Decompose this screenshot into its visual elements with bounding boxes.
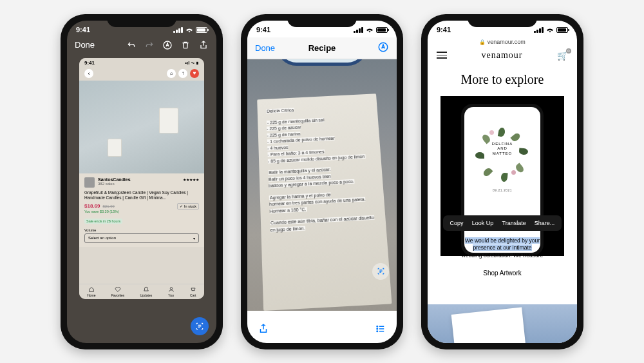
photo-area: Delicia Cítrica - 225 g de mantequilla s…: [247, 59, 397, 311]
svg-point-5: [377, 331, 378, 332]
context-copy[interactable]: Copy: [450, 220, 464, 226]
sale-ends-badge: Sale ends in 28 hours: [84, 219, 122, 224]
stock-badge: ✓ In stock: [177, 203, 199, 210]
recipe-ingredients: - 225 g de mantequilla sin sal - 225 g d…: [267, 117, 366, 163]
price-current: $18.69: [84, 203, 100, 209]
seller-sales: 382 sales: [98, 182, 131, 186]
signal-icon: [173, 27, 183, 33]
list-icon[interactable]: [375, 323, 386, 337]
screenshot-crop-area[interactable]: 9:41 •ıl ⏦ ▮ ‹ ⌕ ↑ ♥ SantosCandle: [79, 58, 204, 299]
featured-artwork: DELFINA AND MATTEO 09.21.2021: [440, 96, 564, 256]
back-icon[interactable]: ‹: [84, 69, 93, 78]
page-heading: More to explore: [428, 72, 577, 87]
brand-logo[interactable]: venamour: [482, 50, 523, 61]
svg-point-3: [377, 326, 378, 327]
cart-icon[interactable]: 🛒0: [557, 50, 568, 61]
status-time: 9:41: [256, 26, 270, 34]
rating-stars: ★★★★★: [183, 177, 199, 182]
markup-icon[interactable]: [162, 40, 173, 50]
share-icon[interactable]: [198, 40, 209, 50]
invitation-date: 09.21.2021: [464, 188, 540, 192]
invitation-names: DELFINA AND MATTEO: [464, 142, 540, 157]
done-button[interactable]: Done: [255, 43, 275, 53]
recipe-step-2: Agregar la harina y el polvo de hornear …: [269, 191, 366, 213]
option-select[interactable]: Select an option▾: [84, 233, 199, 243]
nav-updates[interactable]: Updates: [140, 286, 153, 297]
phone-2-recipe-photo: 9:41 Done Recipe Delicia Cítrica - 225 g…: [241, 14, 403, 349]
recipe-title: Delicia Cítrica: [266, 108, 294, 113]
battery-icon: [556, 27, 568, 33]
inner-status-icons: •ıl ⏦ ▮: [185, 60, 199, 66]
selected-invitation-text: We would be delighted by your presence a…: [428, 237, 577, 260]
url-bar[interactable]: 🔒 venamour.com: [428, 37, 577, 46]
markup-icon[interactable]: [377, 41, 389, 55]
wifi-icon: [366, 27, 374, 33]
nav-cart[interactable]: Cart: [190, 286, 196, 297]
status-time: 9:41: [437, 26, 451, 34]
nav-favorites[interactable]: Favorites: [111, 286, 125, 297]
price-original: $21.99: [102, 204, 114, 208]
nav-home[interactable]: Home: [87, 286, 95, 297]
text-context-menu: Copy Look Up Translate Share...: [443, 215, 562, 231]
undo-icon[interactable]: [126, 40, 137, 50]
recipe-step-3: Cuando esté aún tibia, bañar con el azúc…: [270, 215, 374, 231]
live-text-button[interactable]: [372, 263, 389, 280]
status-time: 9:41: [76, 26, 90, 34]
plate-decor: [277, 59, 367, 66]
signal-icon: [534, 27, 544, 33]
inner-time: 9:41: [84, 60, 95, 66]
chevron-down-icon: ▾: [193, 236, 195, 240]
context-share[interactable]: Share...: [535, 220, 555, 226]
battery-icon: [196, 27, 207, 33]
seller-avatar: [84, 177, 95, 188]
phone-1-screenshot-markup: 9:41 Done 9:41 •ıl ⏦ ▮ ‹: [61, 14, 223, 349]
cart-badge: 0: [566, 48, 571, 54]
nav-you[interactable]: You: [168, 286, 175, 297]
lock-icon: 🔒: [479, 39, 486, 45]
signal-icon: [354, 27, 363, 33]
trash-icon[interactable]: [180, 40, 191, 50]
search-icon[interactable]: ⌕: [167, 69, 176, 78]
live-text-button[interactable]: [191, 317, 209, 335]
photo-header: Done Recipe: [247, 37, 397, 59]
recipe-notebook: Delicia Cítrica - 225 g de mantequilla s…: [257, 93, 392, 311]
battery-icon: [376, 27, 388, 33]
redo-icon[interactable]: [144, 40, 155, 50]
photo-toolbar: [247, 317, 397, 343]
context-lookup[interactable]: Look Up: [472, 220, 494, 226]
context-translate[interactable]: Translate: [502, 220, 526, 226]
page-footer-image: [428, 304, 577, 343]
product-image: [79, 81, 204, 173]
favorite-icon[interactable]: ♥: [190, 69, 199, 78]
wifi-icon: [185, 27, 193, 33]
share-inner-icon[interactable]: ↑: [178, 69, 187, 78]
wifi-icon: [546, 27, 554, 33]
recipe-step-1: Batir la mantequilla y el azúcar. Batir …: [268, 167, 355, 188]
bottom-nav: Home Favorites Updates You Cart: [79, 284, 204, 299]
savings-text: You save $3.30 (15%): [84, 210, 199, 213]
menu-icon[interactable]: [437, 52, 447, 59]
product-title: Grapefruit & Mangosteen Candle | Vegan S…: [84, 190, 199, 201]
envelope-decor: [451, 307, 527, 343]
volume-label: Volume: [84, 228, 199, 232]
phone-3-safari-page: 9:41 🔒 venamour.com venamour 🛒0 More to …: [421, 14, 583, 349]
done-button[interactable]: Done: [75, 40, 95, 50]
svg-point-1: [170, 287, 172, 289]
seller-name: SantosCandles: [98, 177, 131, 182]
photo-title: Recipe: [308, 43, 336, 53]
svg-point-4: [377, 328, 378, 329]
shop-artwork-label[interactable]: Shop Artwork: [428, 270, 577, 277]
share-icon[interactable]: [258, 323, 269, 337]
